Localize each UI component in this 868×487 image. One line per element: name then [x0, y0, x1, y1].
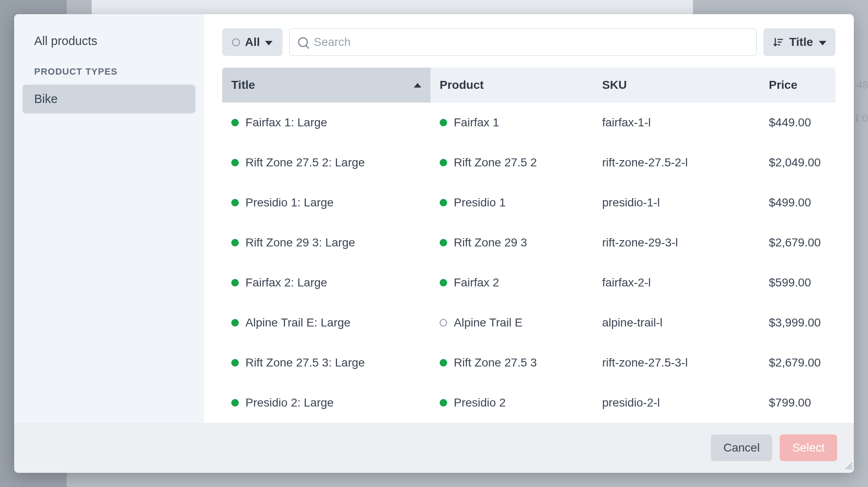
cell-product-text: Fairfax 2: [454, 276, 499, 289]
search-input[interactable]: [314, 35, 748, 49]
cell-product-text: Rift Zone 27.5 2: [454, 156, 537, 169]
cell-product: Rift Zone 29 3: [430, 223, 593, 263]
cell-product-text: Presidio 2: [454, 396, 506, 409]
cell-product-text: Fairfax 1: [454, 116, 499, 129]
cell-price: $2,679.00: [760, 223, 835, 263]
cell-price-text: $2,679.00: [769, 236, 821, 249]
cell-sku: rift-zone-27.5-3-l: [593, 343, 760, 383]
modal-footer: Cancel Select: [14, 423, 854, 473]
cell-title: Alpine Trail E: Large: [222, 303, 430, 343]
cell-title: Presidio 2: Large: [222, 383, 430, 423]
product-picker-modal: All products PRODUCT TYPES Bike All: [14, 14, 854, 473]
cell-sku: rift-zone-29-3-l: [593, 223, 760, 263]
status-dot-enabled-icon: [231, 279, 239, 286]
cell-price: $3,999.00: [760, 303, 835, 343]
status-dot-enabled-icon: [231, 319, 239, 326]
cell-sku-text: rift-zone-27.5-2-l: [602, 156, 688, 169]
table-row[interactable]: Rift Zone 27.5 3: LargeRift Zone 27.5 3r…: [222, 343, 835, 383]
cell-price-text: $799.00: [769, 396, 811, 409]
table-row[interactable]: Alpine Trail E: LargeAlpine Trail Ealpin…: [222, 303, 835, 343]
cell-sku-text: fairfax-2-l: [602, 276, 651, 289]
cell-product-text: Rift Zone 27.5 3: [454, 356, 537, 369]
svg-line-6: [850, 468, 852, 469]
cell-product-text: Alpine Trail E: [454, 316, 523, 329]
cell-sku: fairfax-2-l: [593, 263, 760, 303]
sidebar-all-products[interactable]: All products: [23, 30, 195, 59]
resize-handle-icon: [844, 461, 852, 471]
backdrop-text: :48: [854, 79, 868, 91]
search-field[interactable]: [289, 28, 757, 56]
status-dot-enabled-icon: [440, 359, 447, 367]
table-row[interactable]: Presidio 1: LargePresidio 1presidio-1-l$…: [222, 183, 835, 223]
cell-price: $799.00: [760, 383, 835, 423]
table-row[interactable]: Fairfax 2: LargeFairfax 2fairfax-2-l$599…: [222, 263, 835, 303]
sort-icon: [773, 37, 783, 48]
cell-title: Rift Zone 27.5 2: Large: [222, 143, 430, 183]
status-dot-enabled-icon: [231, 159, 239, 166]
table-row[interactable]: Rift Zone 27.5 2: LargeRift Zone 27.5 2r…: [222, 143, 835, 183]
cell-product-text: Rift Zone 29 3: [454, 236, 527, 249]
sidebar-item-bike[interactable]: Bike: [23, 85, 195, 113]
cell-price: $449.00: [760, 103, 835, 143]
column-header-price[interactable]: Price: [760, 68, 835, 103]
cell-title-text: Fairfax 1: Large: [245, 116, 327, 129]
modal-body: All products PRODUCT TYPES Bike All: [14, 14, 854, 423]
table-row[interactable]: Fairfax 1: LargeFairfax 1fairfax-1-l$449…: [222, 103, 835, 143]
cell-product: Alpine Trail E: [430, 303, 593, 343]
cell-price: $2,049.00: [760, 143, 835, 183]
column-label: Title: [231, 78, 255, 92]
cell-price: $499.00: [760, 183, 835, 223]
cell-title: Presidio 1: Large: [222, 183, 430, 223]
cell-price: $2,679.00: [760, 343, 835, 383]
cell-price-text: $599.00: [769, 276, 811, 289]
filter-label: All: [245, 35, 260, 49]
search-icon: [298, 37, 308, 47]
chevron-down-icon: [265, 41, 273, 45]
cell-product: Presidio 1: [430, 183, 593, 223]
status-circle-icon: [232, 38, 240, 46]
cell-product: Presidio 2: [430, 383, 593, 423]
status-dot-enabled-icon: [231, 199, 239, 206]
cell-title-text: Presidio 1: Large: [245, 196, 334, 209]
filter-status-button[interactable]: All: [222, 28, 283, 56]
status-dot-enabled-icon: [231, 239, 239, 246]
cell-sku: rift-zone-27.5-2-l: [593, 143, 760, 183]
cell-sku: alpine-trail-l: [593, 303, 760, 343]
cell-title-text: Rift Zone 29 3: Large: [245, 236, 355, 249]
table-header: Title Product SKU Price: [222, 68, 835, 103]
cell-price: $599.00: [760, 263, 835, 303]
cell-title-text: Presidio 2: Large: [245, 396, 334, 409]
sort-asc-icon: [414, 83, 421, 88]
cell-sku: fairfax-1-l: [593, 103, 760, 143]
toolbar: All: [222, 28, 835, 56]
table-body: Fairfax 1: LargeFairfax 1fairfax-1-l$449…: [222, 103, 835, 423]
chevron-down-icon: [819, 41, 826, 45]
column-header-product[interactable]: Product: [430, 68, 593, 103]
cancel-button[interactable]: Cancel: [711, 434, 772, 461]
table-row[interactable]: Rift Zone 29 3: LargeRift Zone 29 3rift-…: [222, 223, 835, 263]
table: Title Product SKU Price Fairfax 1: Large…: [222, 68, 835, 423]
cell-sku: presidio-2-l: [593, 383, 760, 423]
select-button[interactable]: Select: [780, 434, 837, 461]
status-dot-disabled-icon: [440, 319, 447, 326]
column-label: Price: [769, 78, 798, 92]
cell-product: Fairfax 2: [430, 263, 593, 303]
cell-title: Fairfax 1: Large: [222, 103, 430, 143]
column-header-title[interactable]: Title: [222, 68, 430, 103]
sidebar-heading: PRODUCT TYPES: [23, 59, 195, 85]
cell-title-text: Fairfax 2: Large: [245, 276, 327, 289]
cell-product-text: Presidio 1: [454, 196, 506, 209]
cell-sku: presidio-1-l: [593, 183, 760, 223]
svg-line-5: [848, 465, 852, 469]
status-dot-enabled-icon: [440, 239, 447, 246]
column-header-sku[interactable]: SKU: [593, 68, 760, 103]
cell-title-text: Rift Zone 27.5 3: Large: [245, 356, 365, 369]
column-label: Product: [440, 78, 484, 92]
cell-price-text: $449.00: [769, 116, 811, 129]
sort-button[interactable]: Title: [763, 28, 835, 56]
svg-line-4: [845, 463, 852, 469]
cell-sku-text: rift-zone-27.5-3-l: [602, 356, 688, 369]
cell-product: Fairfax 1: [430, 103, 593, 143]
status-dot-enabled-icon: [440, 399, 447, 407]
table-row[interactable]: Presidio 2: LargePresidio 2presidio-2-l$…: [222, 383, 835, 423]
